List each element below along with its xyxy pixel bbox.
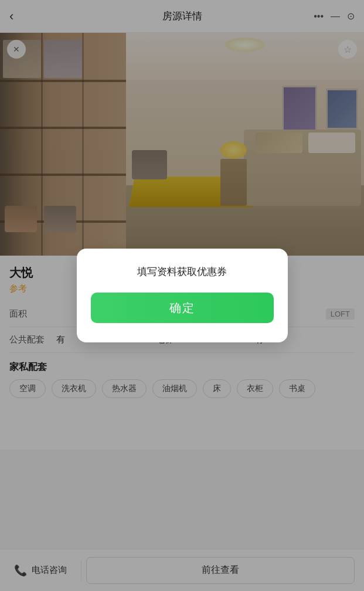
modal-card: 填写资料获取优惠券 确定 bbox=[77, 249, 288, 342]
modal-overlay: 填写资料获取优惠券 确定 bbox=[0, 0, 364, 591]
modal-title: 填写资料获取优惠券 bbox=[137, 265, 227, 278]
modal-confirm-button[interactable]: 确定 bbox=[91, 293, 274, 323]
